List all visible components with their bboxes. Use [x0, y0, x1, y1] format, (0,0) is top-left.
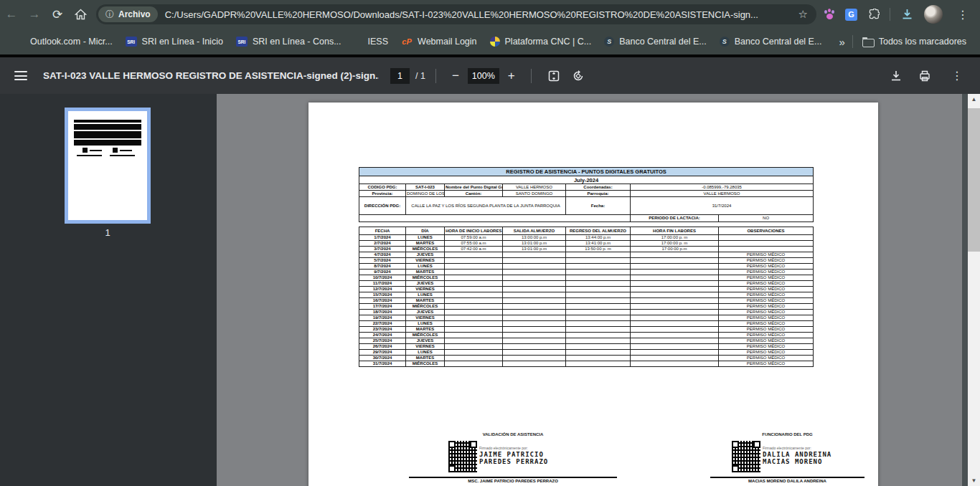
page-thumbnail[interactable] — [65, 108, 151, 224]
nombre-pdg-value: VALLE HERMOSO — [503, 184, 566, 191]
signature-block: FUNCIONARIO DEL PDGFirmado electrónicame… — [710, 432, 864, 486]
attendance-table: FECHADÍAHORA DE INICIO LABORESSALIDA ALM… — [359, 227, 814, 367]
bookmark-item[interactable]: Outlook.com - Micr... — [7, 33, 119, 50]
attendance-row: 22/7/2024LUNESPERMISO MÉDICO — [359, 321, 814, 327]
fit-page-icon[interactable] — [542, 68, 566, 84]
scroll-down-arrow[interactable]: ▼ — [968, 475, 980, 486]
attendance-row: 5/7/2024VIERNESPERMISO MÉDICO — [359, 258, 814, 264]
home-icon[interactable] — [69, 3, 92, 26]
attendance-row: 16/7/2024MARTESPERMISO MÉDICO — [359, 298, 814, 304]
bookmark-item[interactable]: SBanco Central del E... — [713, 34, 829, 49]
qr-code — [448, 441, 477, 472]
signature-name: PAREDES PERRAZO — [479, 458, 548, 465]
cpanel-icon: cP — [401, 36, 413, 47]
browser-menu-icon[interactable]: ⋮ — [953, 8, 973, 22]
page-count-label: / 1 — [415, 71, 425, 81]
scroll-up-arrow[interactable]: ▲ — [968, 94, 980, 105]
iess-icon — [354, 37, 363, 47]
attendance-row: 26/7/2024VIERNESPERMISO MÉDICO — [359, 344, 814, 350]
scrollbar-thumb[interactable] — [968, 108, 980, 252]
extensions-puzzle-icon[interactable] — [867, 9, 880, 21]
document-month: July-2024 — [359, 176, 814, 184]
site-info-chip[interactable]: ⓘ Archivo — [98, 6, 158, 22]
thumbnail-page-number: 1 — [65, 227, 151, 238]
browser-toolbar: ← → ⟳ ⓘ Archivo C:/Users/GADPR%20VALLE%2… — [0, 0, 980, 29]
pdf-menu-icon[interactable] — [14, 71, 27, 80]
forward-icon[interactable]: → — [23, 3, 46, 26]
attendance-row: 8/7/2024LUNESPERMISO MÉDICO — [359, 264, 814, 270]
pdf-more-menu-icon[interactable]: ⋮ — [947, 69, 967, 82]
lactancia-label: PERIODO DE LACTACIA: — [631, 215, 719, 222]
attendance-column-header: HORA FIN LABORES — [631, 227, 719, 235]
url-text: C:/Users/GADPR%20VALLE%20HERMOSO/Downloa… — [165, 9, 793, 20]
downloads-icon[interactable] — [900, 8, 914, 21]
print-icon[interactable] — [918, 70, 931, 82]
browser-window: ← → ⟳ ⓘ Archivo C:/Users/GADPR%20VALLE%2… — [0, 0, 980, 486]
attendance-row: 2/7/2024MARTES07:55:00 a.m13:01:00 p.m13… — [359, 241, 814, 247]
bookmark-label: Plataforma CNC | C... — [505, 37, 592, 47]
page-number-input[interactable]: 1 — [390, 68, 410, 84]
qr-code — [732, 441, 760, 472]
attendance-row: 23/7/2024MARTESPERMISO MÉDICO — [359, 327, 814, 333]
document-title: REGISTRO DE ASISTENCIA - PUNTOS DIGITALE… — [359, 168, 814, 176]
bookmark-item[interactable]: SBanco Central del E... — [598, 34, 713, 49]
vertical-scrollbar[interactable]: ▲ ▼ — [968, 94, 980, 486]
attendance-body: 1/7/2024LUNES07:59:00 a.m13:00:00 p.m13:… — [359, 235, 814, 367]
bookmark-item[interactable]: SRISRI en Línea - Cons... — [230, 34, 348, 49]
reload-icon[interactable]: ⟳ — [46, 3, 69, 26]
attendance-row: 11/7/2024JUEVESPERMISO MÉDICO — [359, 281, 814, 287]
attendance-row: 18/7/2024JUEVESPERMISO MÉDICO — [359, 310, 814, 315]
attendance-row: 9/7/2024MARTESPERMISO MÉDICO — [359, 270, 814, 275]
attendance-column-header: SALIDA ALMUERZO — [503, 227, 566, 235]
zoom-out-button[interactable]: − — [446, 67, 465, 85]
bookmarks-overflow-chevron[interactable]: » — [831, 34, 852, 49]
back-icon[interactable]: ← — [0, 3, 23, 26]
attendance-row: 24/7/2024MIÉRCOLESPERMISO MÉDICO — [359, 333, 814, 338]
all-bookmarks-button[interactable]: Todos los marcadores — [856, 33, 973, 50]
attendance-row: 10/7/2024MIÉRCOLESPERMISO MÉDICO — [359, 275, 814, 281]
site-info-label: Archivo — [118, 9, 151, 19]
signature-section-title: VALIDACIÓN DE ASISTENCIA — [409, 432, 617, 439]
attendance-row: 19/7/2024VIERNESPERMISO MÉDICO — [359, 315, 814, 321]
sri-icon: SRI — [236, 37, 248, 47]
bookmark-item[interactable]: SRISRI en Línea - Inicio — [119, 34, 230, 49]
signature-section-title: FUNCIONARIO DEL PDG — [710, 432, 864, 439]
document-header-table: REGISTRO DE ASISTENCIA - PUNTOS DIGITALE… — [359, 167, 814, 222]
translate-extension-icon[interactable]: G — [845, 9, 857, 21]
attendance-row: 4/7/2024JUEVESPERMISO MÉDICO — [359, 252, 814, 258]
bce-icon: S — [720, 37, 730, 47]
pdf-document-title: SAT-I-023 VALLE HERMOSO REGISTRO DE ASIS… — [43, 70, 379, 81]
address-bar[interactable]: ⓘ Archivo C:/Users/GADPR%20VALLE%20HERMO… — [96, 4, 816, 24]
bookmark-item[interactable]: cPWebmail Login — [395, 33, 483, 50]
paw-extension-icon[interactable] — [824, 9, 835, 20]
bookmark-label: IESS — [368, 37, 389, 47]
canton-value: SANTO DOMINGO — [503, 191, 566, 197]
attendance-row: 17/7/2024MIÉRCOLESPERMISO MÉDICO — [359, 304, 814, 310]
download-icon[interactable] — [890, 70, 903, 82]
bookmarks-list: Outlook.com - Micr...SRISRI en Línea - I… — [7, 33, 828, 50]
attendance-column-header: HORA DE INICIO LABORES — [445, 227, 503, 235]
viewer-edge-strip — [962, 94, 968, 486]
zoom-level-input[interactable]: 100% — [468, 68, 499, 84]
signed-electronically-label: Firmado electrónicamente por: — [763, 446, 831, 450]
profile-avatar[interactable] — [924, 5, 943, 24]
zoom-in-button[interactable]: + — [502, 67, 521, 85]
printed-name: MSC. JAIME PATRICIO PAREDES PERRAZO — [409, 478, 617, 485]
lactancia-value: NO — [719, 215, 814, 222]
attendance-column-header: FECHA — [359, 227, 406, 235]
provincia-value: DOMINGO DE LOS TSA — [406, 191, 445, 197]
attendance-row: 31/7/2024MIÉRCOLESPERMISO MÉDICO — [359, 361, 814, 367]
signature-name: JAIME PATRICIO — [479, 451, 548, 458]
attendance-row: 1/7/2024LUNES07:59:00 a.m13:00:00 p.m13:… — [359, 235, 814, 241]
bookmark-item[interactable]: Plataforma CNC | C... — [484, 34, 598, 49]
bookmark-label: SRI en Línea - Inicio — [142, 37, 223, 47]
bce-icon: S — [604, 37, 614, 47]
parroquia-value: VALLE HERMOSO — [631, 191, 814, 197]
bookmarks-separator — [852, 35, 853, 48]
direccion-value: CALLE LA PAZ Y LOS RÍOS SEGUNDA PLANTA D… — [406, 197, 566, 215]
bookmark-star-icon[interactable]: ☆ — [798, 8, 808, 21]
coordenadas-value: -0.085999,-79.28035 — [631, 184, 814, 191]
bookmark-item[interactable]: IESS — [348, 34, 395, 49]
attendance-column-header: DÍA — [406, 227, 445, 235]
rotate-icon[interactable] — [566, 68, 590, 84]
